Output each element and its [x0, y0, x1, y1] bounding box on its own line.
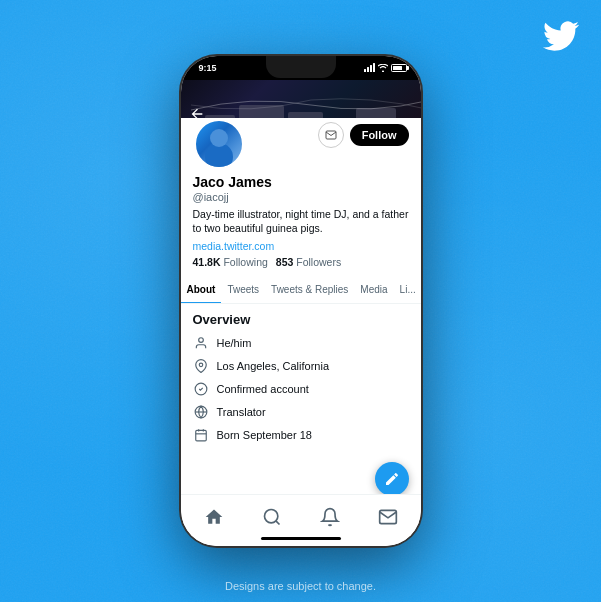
translator-text: Translator — [217, 406, 266, 418]
verified-row: Confirmed account — [193, 381, 409, 397]
birthday-row: Born September 18 — [193, 427, 409, 443]
phone-screen: 9:15 — [181, 56, 421, 546]
status-icons — [364, 64, 407, 73]
svg-line-10 — [275, 520, 279, 524]
back-button[interactable] — [189, 106, 205, 125]
status-time: 9:15 — [199, 63, 217, 73]
wifi-icon — [378, 64, 388, 73]
svg-point-1 — [199, 363, 203, 367]
content-area: Overview He/him — [181, 304, 421, 458]
location-row: Los Angeles, California — [193, 358, 409, 374]
tab-media[interactable]: Media — [354, 276, 393, 303]
disclaimer-text: Designs are subject to change. — [225, 580, 376, 592]
globe-icon — [193, 404, 209, 420]
compose-fab[interactable] — [375, 462, 409, 496]
birthday-icon — [193, 427, 209, 443]
profile-bio: Day-time illustrator, night time DJ, and… — [193, 207, 409, 236]
person-icon — [193, 335, 209, 351]
profile-handle: @iacojj — [193, 191, 409, 203]
profile-area: Follow Jaco James @iacojj Day-time illus… — [181, 118, 421, 268]
gender-row: He/him — [193, 335, 409, 351]
gender-text: He/him — [217, 337, 252, 349]
avatar — [193, 118, 245, 170]
follow-counts: 41.8K Following 853 Followers — [193, 256, 409, 268]
svg-point-9 — [264, 509, 277, 522]
profile-link[interactable]: media.twitter.com — [193, 240, 409, 252]
profile-actions: Follow — [318, 118, 409, 148]
follow-button[interactable]: Follow — [350, 124, 409, 146]
profile-tabs: About Tweets Tweets & Replies Media Li..… — [181, 276, 421, 304]
signal-icon — [364, 64, 375, 72]
battery-icon — [391, 64, 407, 72]
translator-row: Translator — [193, 404, 409, 420]
nav-home[interactable] — [196, 499, 232, 535]
verified-text: Confirmed account — [217, 383, 309, 395]
following-count[interactable]: 41.8K Following — [193, 256, 268, 268]
svg-rect-5 — [195, 431, 206, 442]
verified-icon — [193, 381, 209, 397]
home-indicator — [261, 537, 341, 540]
location-icon — [193, 358, 209, 374]
nav-notifications[interactable] — [312, 499, 348, 535]
nav-messages[interactable] — [370, 499, 406, 535]
twitter-logo — [543, 18, 579, 63]
tab-tweets-replies[interactable]: Tweets & Replies — [265, 276, 354, 303]
followers-count[interactable]: 853 Followers — [276, 256, 341, 268]
birthday-text: Born September 18 — [217, 429, 312, 441]
nav-search[interactable] — [254, 499, 290, 535]
message-button[interactable] — [318, 122, 344, 148]
profile-name: Jaco James — [193, 174, 409, 191]
phone-notch — [266, 56, 336, 78]
tab-tweets[interactable]: Tweets — [221, 276, 265, 303]
avatar-row: Follow — [193, 118, 409, 170]
tab-likes[interactable]: Li... — [394, 276, 421, 303]
overview-heading: Overview — [193, 312, 409, 327]
location-text: Los Angeles, California — [217, 360, 330, 372]
tab-about[interactable]: About — [181, 276, 222, 304]
svg-point-0 — [198, 338, 203, 343]
phone-frame: 9:15 — [181, 56, 421, 546]
